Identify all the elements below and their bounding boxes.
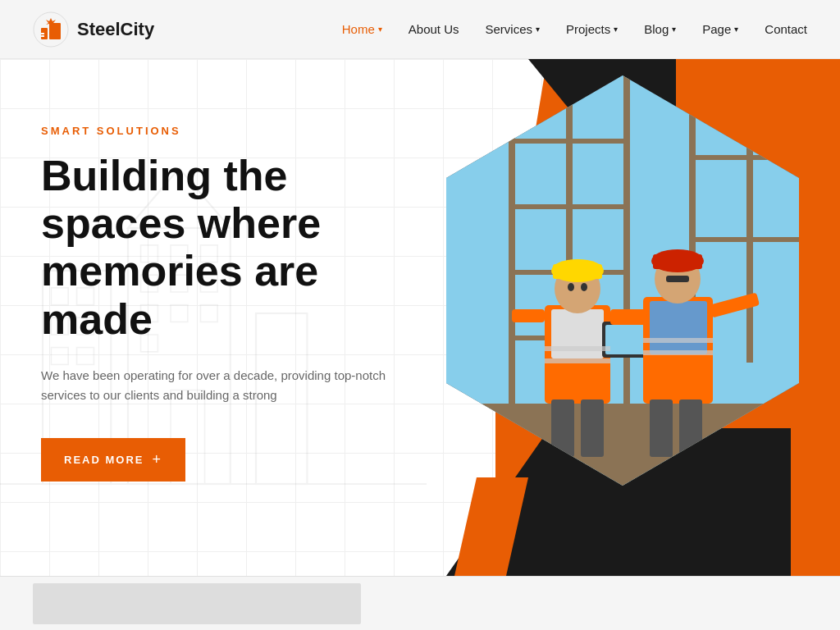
chevron-down-icon-projects: ▾ [614, 25, 618, 34]
logo[interactable]: SteelCity [33, 11, 154, 48]
svg-rect-66 [610, 313, 647, 325]
hero-subtitle: Smart Solutions [41, 125, 435, 137]
svg-rect-69 [545, 346, 610, 351]
chevron-down-icon-page: ▾ [734, 25, 738, 34]
hex-shape [446, 75, 799, 486]
svg-rect-53 [512, 309, 545, 322]
chevron-down-icon: ▾ [378, 25, 382, 34]
svg-rect-67 [650, 399, 673, 457]
svg-rect-64 [666, 276, 689, 282]
nav-link-home[interactable]: Home ▾ [342, 22, 382, 36]
hero-section: Smart Solutions Building the spaces wher… [0, 59, 840, 576]
chevron-down-icon-blog: ▾ [672, 25, 676, 34]
svg-rect-68 [679, 399, 702, 457]
logo-icon [33, 11, 69, 48]
svg-rect-60 [650, 301, 707, 354]
nav-item-services[interactable]: Services ▾ [486, 22, 541, 36]
svg-rect-57 [551, 399, 574, 457]
nav-item-projects[interactable]: Projects ▾ [566, 22, 618, 36]
svg-rect-10 [41, 35, 44, 37]
svg-rect-71 [643, 338, 713, 343]
svg-rect-56 [605, 325, 648, 354]
brand-name: SteelCity [77, 19, 154, 40]
read-more-button[interactable]: Read More + [41, 438, 185, 482]
nav-link-contact[interactable]: Contact [765, 22, 807, 36]
hero-description: We have been operating for over a decade… [41, 366, 386, 405]
nav-link-services[interactable]: Services ▾ [486, 22, 541, 36]
plus-icon: + [152, 451, 162, 468]
nav-item-blog[interactable]: Blog ▾ [644, 22, 676, 36]
svg-point-52 [581, 283, 587, 291]
nav-item-contact[interactable]: Contact [765, 22, 807, 36]
svg-rect-6 [55, 30, 57, 32]
svg-rect-63 [653, 254, 702, 269]
svg-rect-58 [581, 399, 604, 457]
workers-illustration [446, 75, 799, 486]
nav-item-page[interactable]: Page ▾ [702, 22, 738, 36]
nav-link-projects[interactable]: Projects ▾ [566, 22, 618, 36]
svg-rect-9 [41, 33, 44, 34]
svg-rect-5 [51, 30, 53, 32]
svg-rect-72 [643, 350, 713, 355]
hero-content: Smart Solutions Building the spaces wher… [41, 125, 435, 482]
nav-link-page[interactable]: Page ▾ [702, 22, 738, 36]
navbar: SteelCity Home ▾ About Us Services ▾ Pro… [0, 0, 840, 59]
nav-item-home[interactable]: Home ▾ [342, 22, 382, 36]
chevron-down-icon-services: ▾ [536, 25, 540, 34]
nav-link-blog[interactable]: Blog ▾ [644, 22, 676, 36]
section-preview-image [33, 583, 361, 624]
svg-rect-7 [52, 34, 56, 39]
svg-rect-50 [553, 264, 602, 279]
hero-right-panel [389, 59, 840, 576]
read-more-label: Read More [64, 454, 144, 466]
svg-rect-70 [545, 358, 610, 363]
hex-image-container [446, 75, 824, 551]
nav-item-about[interactable]: About Us [409, 22, 459, 36]
svg-rect-45 [446, 404, 799, 486]
nav-link-about[interactable]: About Us [409, 22, 459, 36]
hero-title: Building the spaces where memories are m… [41, 152, 435, 343]
section-below [0, 576, 840, 630]
nav-links: Home ▾ About Us Services ▾ Projects ▾ Bl… [342, 22, 807, 36]
svg-rect-4 [55, 25, 57, 28]
svg-point-51 [568, 283, 574, 291]
